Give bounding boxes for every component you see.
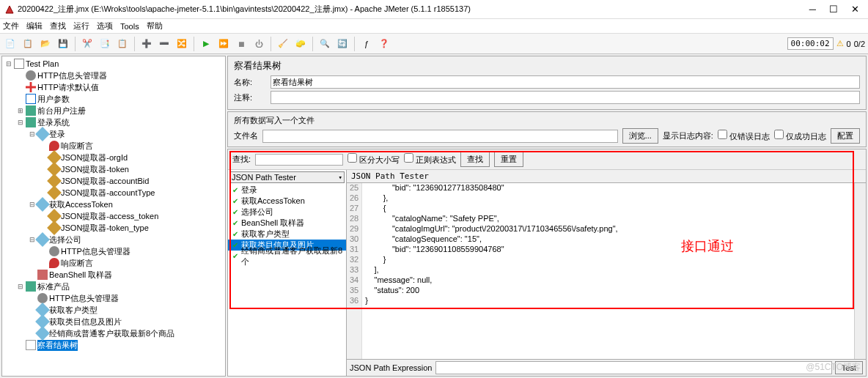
toggle-icon[interactable]: 🔀	[174, 37, 189, 51]
tree-node[interactable]: 响应断言	[2, 257, 225, 269]
filename-input[interactable]	[262, 130, 618, 143]
templates-icon[interactable]: 📋	[21, 37, 35, 51]
tree-node[interactable]: JSON提取器-accountType	[2, 187, 225, 199]
cross-icon	[26, 82, 36, 92]
tree-node[interactable]: 响应断言	[2, 140, 225, 152]
sample-row[interactable]: ✔选择公司	[228, 207, 346, 218]
tree-node[interactable]: HTTP信息头管理器	[2, 70, 225, 81]
minimize-button[interactable]: ─	[809, 4, 816, 15]
browse-button[interactable]: 浏览...	[622, 128, 658, 144]
search-button[interactable]: 查找	[460, 152, 490, 167]
name-input[interactable]	[271, 75, 860, 89]
json-path-expr-input[interactable]	[435, 361, 832, 374]
toggle-icon[interactable]: ⊟	[17, 119, 24, 126]
tree-node[interactable]: ⊟登录	[2, 128, 225, 140]
menu-search[interactable]: 查找	[50, 21, 66, 32]
save-icon[interactable]: 💾	[56, 37, 70, 51]
success-only-checkbox[interactable]: 仅成功日志	[774, 130, 826, 142]
tree-node[interactable]: HTTP信息头管理器	[2, 245, 225, 257]
tree-node[interactable]: JSON提取器-orgId	[2, 152, 225, 163]
tree-node[interactable]: JSON提取器-access_token	[2, 210, 225, 222]
tree-node[interactable]: 察看结果树	[2, 339, 225, 351]
tree-label: JSON提取器-access_token	[61, 211, 158, 222]
tree-label: JSON提取器-orgId	[61, 152, 128, 163]
comment-input[interactable]	[271, 91, 860, 104]
success-icon: ✔	[232, 186, 238, 194]
clear-icon[interactable]: 🧹	[276, 37, 290, 51]
search-input[interactable]	[255, 154, 343, 166]
cut-icon[interactable]: ✂️	[80, 37, 95, 51]
menu-options[interactable]: 选项	[97, 21, 113, 32]
test-plan-tree[interactable]: ⊟Test PlanHTTP信息头管理器HTTP请求默认值用户参数⊞前台用户注册…	[1, 56, 226, 377]
pin-icon	[49, 258, 59, 268]
tab-json-path-tester[interactable]: JSON Path Tester	[347, 170, 866, 183]
tree-node[interactable]: 用户参数	[2, 93, 225, 105]
tree-node[interactable]: JSON提取器-accountBid	[2, 175, 225, 187]
sample-list[interactable]: ✔登录✔获取AccessToken✔选择公司✔BeanShell 取样器✔获取客…	[228, 185, 346, 376]
maximize-button[interactable]: ☐	[829, 4, 838, 15]
success-icon: ✔	[232, 241, 238, 249]
configure-button[interactable]: 配置	[831, 128, 860, 144]
tree-node[interactable]: ⊟标准产品	[2, 281, 225, 292]
toggle-icon[interactable]: ⊞	[17, 107, 24, 114]
tree-node[interactable]: ⊞前台用户注册	[2, 105, 225, 116]
tree-label: 前台用户注册	[37, 105, 86, 116]
tree-node[interactable]: ⊟选择公司	[2, 234, 225, 245]
case-checkbox[interactable]: 区分大小写	[347, 153, 400, 166]
paste-icon[interactable]: 📋	[115, 37, 130, 51]
expand-icon[interactable]: ➕	[139, 37, 154, 51]
errors-only-checkbox[interactable]: 仅错误日志	[718, 130, 770, 142]
new-icon[interactable]: 📄	[3, 37, 18, 51]
collapse-icon[interactable]: ➖	[157, 37, 172, 51]
open-icon[interactable]: 📂	[38, 37, 53, 51]
scrollbar-vertical[interactable]	[854, 183, 866, 359]
toggle-icon[interactable]: ⊟	[5, 60, 12, 67]
reset-button[interactable]: 重置	[494, 152, 523, 167]
warning-icon[interactable]: ⚠	[836, 39, 844, 48]
start-notimers-icon[interactable]: ⏩	[216, 37, 231, 51]
search-label: 查找:	[232, 154, 251, 165]
shutdown-icon[interactable]: ⏻	[251, 37, 266, 51]
warning-count: 0	[847, 40, 851, 48]
response-body[interactable]: "bid": "1236901277183508480" }, { "catal…	[362, 183, 854, 359]
gear-icon	[49, 246, 59, 256]
reset-search-icon[interactable]: 🔄	[335, 37, 350, 51]
start-icon[interactable]: ▶	[199, 37, 213, 51]
tree-node[interactable]: HTTP信息头管理器	[2, 292, 225, 304]
log-display-label: 显示日志内容:	[663, 130, 713, 141]
regex-checkbox[interactable]: 正则表达式	[404, 153, 456, 166]
tree-node[interactable]: HTTP请求默认值	[2, 81, 225, 93]
sample-row[interactable]: ✔经销商或普通客户获取最新8个	[228, 251, 346, 262]
tree-label: Test Plan	[26, 59, 59, 68]
search-icon[interactable]: 🔍	[317, 37, 332, 51]
renderer-combo[interactable]: JSON Path Tester	[229, 171, 345, 183]
sample-row[interactable]: ✔获取AccessToken	[228, 196, 346, 207]
tree-node[interactable]: JSON提取器-token_type	[2, 222, 225, 234]
tree-node[interactable]: BeanShell 取样器	[2, 269, 225, 281]
close-button[interactable]: ✕	[851, 4, 859, 15]
tree-node[interactable]: ⊟获取AccessToken	[2, 199, 225, 210]
sample-label: 登录	[241, 185, 257, 196]
sample-row[interactable]: ✔登录	[228, 185, 346, 196]
tree-node[interactable]: JSON提取器-token	[2, 163, 225, 175]
function-helper-icon[interactable]: ƒ	[359, 37, 374, 51]
menu-edit[interactable]: 编辑	[26, 21, 43, 32]
help-icon[interactable]: ❓	[377, 37, 391, 51]
tree-node[interactable]: 获取类目信息及图片	[2, 316, 225, 327]
tree-node[interactable]: 经销商或普通客户获取最新8个商品	[2, 327, 225, 339]
tree-label: 响应断言	[61, 141, 93, 152]
menu-file[interactable]: 文件	[3, 21, 19, 32]
menu-run[interactable]: 运行	[73, 21, 89, 32]
menu-help[interactable]: 帮助	[147, 21, 163, 32]
menu-tools[interactable]: Tools	[120, 22, 139, 31]
tree-node[interactable]: ⊟Test Plan	[2, 58, 225, 70]
copy-icon[interactable]: 📑	[98, 37, 112, 51]
clear-all-icon[interactable]: 🧽	[293, 37, 308, 51]
stop-icon[interactable]: ⏹	[234, 37, 249, 51]
sample-row[interactable]: ✔获取客户类型	[228, 229, 346, 240]
toggle-icon[interactable]: ⊟	[17, 283, 24, 290]
sample-row[interactable]: ✔BeanShell 取样器	[228, 218, 346, 229]
tree-node[interactable]: ⊟登录系统	[2, 116, 225, 128]
tree-node[interactable]: 获取客户类型	[2, 304, 225, 316]
dropper-icon	[35, 326, 50, 341]
